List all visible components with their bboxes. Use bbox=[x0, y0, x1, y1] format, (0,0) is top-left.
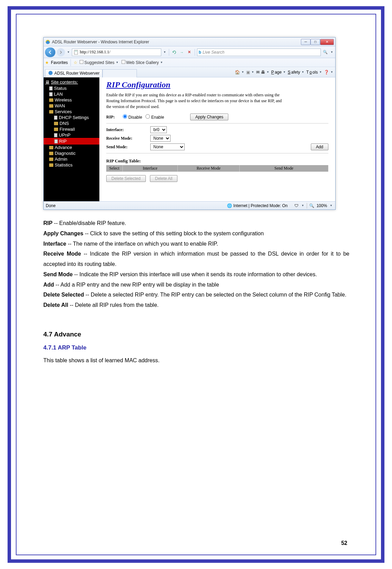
folder-icon bbox=[49, 98, 53, 102]
minimize-button[interactable]: ─ bbox=[301, 39, 311, 45]
sidebar-item-rip[interactable]: RIP bbox=[44, 138, 99, 144]
window-title: ADSL Router Webserver - Windows Internet… bbox=[52, 40, 301, 44]
safety-menu[interactable]: Safety▼ bbox=[288, 70, 305, 75]
receive-mode-select[interactable]: None bbox=[150, 135, 171, 142]
ie-icon bbox=[45, 39, 51, 45]
rip-enable-radio[interactable]: Enable bbox=[145, 114, 164, 120]
zone-label: Internet | Protected Mode: On bbox=[233, 203, 288, 208]
send-mode-select[interactable]: None bbox=[150, 143, 185, 150]
address-bar[interactable]: http://192.168.1.1/ bbox=[72, 49, 161, 56]
chevron-down-icon: ▼ bbox=[160, 61, 163, 64]
web-slice-link[interactable]: Web Slice Gallery ▼ bbox=[121, 60, 164, 65]
go-icon[interactable]: → bbox=[179, 49, 185, 55]
tab-title: ADSL Router Webserver bbox=[54, 71, 99, 76]
maximize-button[interactable]: □ bbox=[311, 39, 320, 45]
interface-select[interactable]: br0 bbox=[150, 126, 167, 133]
sidebar-item-wireless[interactable]: Wireless bbox=[44, 97, 99, 103]
status-bar: Done 🌐 Internet | Protected Mode: On 🛡▼ … bbox=[44, 201, 335, 210]
sidebar-item-lan[interactable]: LAN bbox=[44, 91, 99, 97]
sidebar-item-label: UPnP bbox=[59, 132, 70, 138]
zoom-icon[interactable]: 🔍 bbox=[309, 203, 314, 208]
search-bar[interactable]: b Live Search bbox=[197, 49, 321, 56]
content-area: ADSL Router Webserver - Windows Internet… bbox=[43, 37, 349, 365]
sidebar-item-label: Status bbox=[54, 86, 67, 91]
page-icon bbox=[79, 60, 84, 65]
sidebar-item-firewall[interactable]: Firewall bbox=[44, 126, 99, 132]
svg-rect-4 bbox=[122, 60, 125, 64]
close-button[interactable]: ✕ bbox=[320, 39, 334, 45]
browser-tab[interactable]: ADSL Router Webserver bbox=[45, 69, 102, 77]
back-button[interactable] bbox=[45, 47, 55, 57]
sidebar-item-services[interactable]: Services bbox=[44, 109, 99, 115]
table-title: RIP Config Table: bbox=[106, 158, 328, 164]
search-placeholder: Live Search bbox=[203, 50, 224, 55]
def-delall: -- Delete all RIP rules from the table. bbox=[68, 302, 159, 308]
sidebar-item-label: RIP bbox=[59, 139, 67, 144]
rip-config-table: Select Interface Receive Mode Send Mode bbox=[106, 165, 328, 172]
stop-icon[interactable]: ✕ bbox=[186, 49, 193, 55]
def-rip: -- Enable/disable RIP feature. bbox=[53, 220, 126, 226]
favorites-star-icon[interactable]: ★ bbox=[45, 60, 49, 65]
search-dropdown-icon[interactable]: ▼ bbox=[330, 51, 333, 54]
def-apply: -- Click to save the setting of this set… bbox=[83, 230, 264, 236]
separator bbox=[195, 49, 195, 56]
add-button[interactable]: Add bbox=[311, 143, 328, 150]
zoom-value: 100% bbox=[316, 203, 327, 208]
protected-mode-icon[interactable]: 🛡 bbox=[294, 203, 298, 208]
sidebar-item-statistics[interactable]: Statistics bbox=[44, 162, 99, 168]
sidebar-item-dns[interactable]: DNS bbox=[44, 120, 99, 126]
home-button[interactable]: 🏠▼ bbox=[235, 70, 245, 75]
sidebar-item-label: Firewall bbox=[59, 127, 75, 132]
sidebar-item-diagnostic[interactable]: Diagnostic bbox=[44, 150, 99, 156]
separator bbox=[169, 49, 169, 56]
sidebar-item-wan[interactable]: WAN bbox=[44, 103, 99, 109]
favorites-bar-star-icon: ☆ bbox=[74, 60, 77, 65]
enable-label: Enable bbox=[151, 115, 164, 120]
folder-icon bbox=[54, 122, 58, 125]
sidebar-item-status[interactable]: Status bbox=[44, 85, 99, 91]
tools-menu[interactable]: Tools▼ bbox=[306, 70, 323, 75]
new-tab-area[interactable] bbox=[102, 69, 137, 77]
suggested-sites-link[interactable]: Suggested Sites ▼ bbox=[79, 60, 119, 65]
print-button[interactable]: 🖶▼ bbox=[261, 70, 270, 75]
feeds-button[interactable]: ▣▼ bbox=[246, 70, 255, 75]
status-text: Done bbox=[46, 203, 56, 208]
interface-row: Interface: br0 bbox=[106, 126, 328, 133]
sidebar-item-upnp[interactable]: UPnP bbox=[44, 132, 99, 138]
page-title: RIP Configuration bbox=[106, 80, 328, 89]
address-dropdown-icon[interactable]: ▼ bbox=[163, 51, 166, 54]
delete-all-button[interactable]: Delete All bbox=[150, 175, 178, 182]
zoom-dropdown-icon[interactable]: ▼ bbox=[330, 204, 333, 207]
sidebar-item-admin[interactable]: Admin bbox=[44, 156, 99, 162]
mail-button[interactable]: ✉ bbox=[256, 70, 260, 75]
term-rip: RIP bbox=[43, 220, 53, 226]
svg-point-5 bbox=[48, 71, 53, 75]
rip-label: RIP: bbox=[106, 115, 120, 120]
section-header: 4.7 Advance bbox=[43, 328, 349, 340]
folder-icon bbox=[49, 163, 53, 167]
nav-dropdown-icon[interactable]: ▼ bbox=[67, 51, 70, 54]
sidebar-header: 🖥 Site contents: bbox=[44, 79, 99, 85]
sidebar-item-label: Diagnostic bbox=[55, 151, 76, 156]
page-description: Enable the RIP if you are using this dev… bbox=[106, 92, 285, 109]
rip-disable-radio[interactable]: Disable bbox=[123, 114, 142, 120]
def-interface: -- The name of the interface on which yo… bbox=[66, 241, 218, 247]
sidebar-item-dhcp[interactable]: DHCP Settings bbox=[44, 115, 99, 120]
ie-icon bbox=[48, 71, 53, 76]
term-receive: Receive Mode bbox=[43, 251, 81, 257]
delete-selected-button[interactable]: Delete Selected bbox=[106, 175, 146, 182]
help-button[interactable]: ❓▼ bbox=[324, 70, 334, 75]
sidebar-item-advance[interactable]: Advance bbox=[44, 144, 99, 150]
sidebar-item-label: DNS bbox=[59, 121, 69, 126]
svg-rect-1 bbox=[74, 50, 78, 54]
folder-icon bbox=[49, 110, 53, 114]
term-delsel: Delete Selected bbox=[43, 292, 84, 298]
favorites-label: Favorites bbox=[51, 60, 68, 65]
search-button-icon[interactable]: 🔍 bbox=[322, 49, 328, 55]
apply-changes-button[interactable]: Apply Changes bbox=[190, 114, 228, 120]
folder-icon bbox=[49, 152, 53, 155]
page-menu[interactable]: Page▼ bbox=[271, 70, 286, 75]
refresh-icon[interactable] bbox=[171, 49, 177, 55]
forward-button[interactable] bbox=[57, 48, 65, 56]
status-zone: 🌐 Internet | Protected Mode: On bbox=[227, 203, 288, 208]
